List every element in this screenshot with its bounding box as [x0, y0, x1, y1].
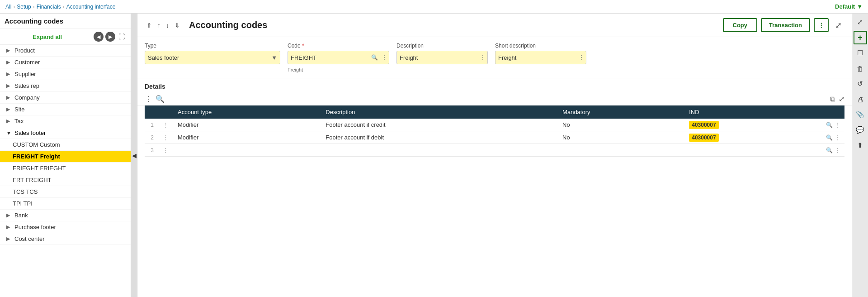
details-menu-icon[interactable]: ⋮: [145, 95, 152, 103]
sidebar-item-company[interactable]: ▶ Company: [0, 92, 131, 104]
arrow-icon: ▶: [6, 59, 12, 65]
delete-panel-icon[interactable]: 🗑: [854, 62, 867, 75]
description-input-field[interactable]: [397, 54, 478, 61]
more-button[interactable]: ⋮: [814, 18, 829, 32]
sidebar-item-customer[interactable]: ▶ Customer: [0, 57, 131, 68]
type-dropdown-icon[interactable]: ▼: [269, 54, 280, 61]
row-actions-3: 🔍 ⋮: [817, 144, 844, 157]
sidebar-item-site[interactable]: ▶ Site: [0, 104, 131, 115]
col-handle: [158, 105, 173, 119]
sidebar-item-cost-center[interactable]: ▶ Cost center: [0, 233, 131, 245]
sidebar-item-tpi-tpi[interactable]: TPI TPI: [0, 198, 131, 210]
sidebar-item-bank[interactable]: ▶ Bank: [0, 210, 131, 221]
arrow-icon: ▶: [6, 106, 12, 112]
type-field: Type ▼: [145, 43, 280, 64]
code-field: Code * 🔍 ⋮ Freight: [288, 43, 389, 72]
description-field: Description ⋮: [396, 43, 488, 64]
arrow-down-icon[interactable]: ↓: [164, 21, 171, 30]
copy-button[interactable]: Copy: [723, 18, 758, 32]
arrow-up-icon[interactable]: ↑: [156, 21, 162, 30]
code-more-icon[interactable]: ⋮: [380, 54, 389, 61]
short-desc-more-icon[interactable]: ⋮: [577, 54, 586, 61]
col-description: Description: [321, 105, 558, 119]
sidebar-item-sales-rep[interactable]: ▶ Sales rep: [0, 80, 131, 92]
arrow-down-bottom-icon[interactable]: ⇓: [173, 21, 182, 30]
code-input-field[interactable]: [288, 54, 369, 61]
code-hint: Freight: [288, 67, 389, 72]
details-section: Details ⋮ 🔍 ⧉ ⤢: [137, 78, 852, 164]
arrow-up-top-icon[interactable]: ⇑: [145, 21, 154, 30]
short-desc-input-field[interactable]: [495, 54, 577, 61]
form-area: Type ▼ Code *: [137, 37, 852, 78]
clip-panel-icon[interactable]: 📎: [854, 108, 867, 121]
expand-panel-icon[interactable]: ⤢: [854, 15, 867, 29]
sidebar-item-tax[interactable]: ▶ Tax: [0, 115, 131, 127]
sidebar-item-purchase-footer[interactable]: ▶ Purchase footer: [0, 221, 131, 233]
row-account-type-2: Modifier: [173, 131, 321, 144]
breadcrumb-setup[interactable]: Setup: [17, 4, 31, 10]
row-handle-3[interactable]: ⋮: [158, 144, 173, 157]
content-toolbar: ⇑ ↑ ↓ ⇓ Accounting codes Copy Transactio…: [137, 14, 852, 37]
description-input[interactable]: ⋮: [396, 51, 488, 64]
row-actions-2: 🔍 ⋮: [817, 131, 844, 144]
sidebar-item-supplier[interactable]: ▶ Supplier: [0, 68, 131, 80]
row-search-icon[interactable]: 🔍: [826, 122, 833, 128]
table-row: 1 ⋮ Modifier Footer account if credit No…: [145, 119, 844, 131]
chat-panel-icon[interactable]: 💬: [854, 123, 867, 137]
fullscreen-icon[interactable]: ⛶: [117, 32, 126, 41]
type-input[interactable]: ▼: [145, 51, 280, 64]
short-desc-input[interactable]: ⋮: [495, 51, 586, 64]
code-search-icon[interactable]: 🔍: [369, 54, 380, 61]
breadcrumb-financials[interactable]: Financials: [37, 4, 61, 10]
default-button[interactable]: Default ▼: [835, 3, 863, 10]
row-num-1: 1: [145, 119, 158, 131]
row-mandatory-2: No: [558, 131, 684, 144]
details-layers-icon[interactable]: ⧉: [830, 95, 835, 103]
print-panel-icon[interactable]: 🖨: [854, 92, 867, 106]
expand-all-button[interactable]: Expand all: [5, 34, 90, 40]
sidebar-collapse-handle[interactable]: ◀: [131, 14, 137, 297]
nav-next-icon[interactable]: ▶: [105, 32, 115, 42]
type-input-field[interactable]: [145, 54, 269, 61]
checkbox-panel-icon[interactable]: ☐: [854, 46, 867, 60]
sidebar-title: Accounting codes: [0, 14, 131, 29]
row-search-icon[interactable]: 🔍: [826, 147, 833, 153]
row-account-type-1: Modifier: [173, 119, 321, 131]
nav-prev-icon[interactable]: ◀: [94, 32, 104, 42]
arrow-icon: ▼: [6, 130, 12, 136]
row-ind-3: [684, 144, 817, 157]
sidebar-item-tcs-tcs[interactable]: TCS TCS: [0, 186, 131, 198]
row-search-icon[interactable]: 🔍: [826, 134, 833, 141]
details-search-icon[interactable]: 🔍: [156, 95, 165, 103]
share-panel-icon[interactable]: ⬆: [854, 139, 867, 152]
sidebar-item-custom-custom[interactable]: CUSTOM Custom: [0, 139, 131, 151]
description-more-icon[interactable]: ⋮: [478, 54, 487, 61]
sidebar-item-freight-freight[interactable]: FREIGHT Freight: [0, 151, 131, 163]
row-ind-2: 40300007: [684, 131, 817, 144]
row-more-icon[interactable]: ⋮: [835, 134, 840, 141]
code-input[interactable]: 🔍 ⋮: [288, 51, 389, 64]
transaction-button[interactable]: Transaction: [761, 18, 810, 32]
row-handle-2[interactable]: ⋮: [158, 131, 173, 144]
short-desc-label: Short description: [495, 43, 586, 49]
sidebar-item-frt-freight[interactable]: FRT FREIGHT: [0, 174, 131, 186]
refresh-panel-icon[interactable]: ↺: [854, 77, 867, 91]
sidebar-item-sales-footer[interactable]: ▼ Sales footer: [0, 127, 131, 139]
row-mandatory-3: [558, 144, 684, 157]
add-panel-icon[interactable]: +: [854, 31, 867, 44]
sidebar-item-frieght-frieght[interactable]: FRIEGHT FRIEGHT: [0, 163, 131, 174]
code-label: Code *: [288, 43, 389, 49]
breadcrumb-accounting-interface[interactable]: Accounting interface: [66, 4, 116, 10]
content-expand-icon[interactable]: ⤢: [832, 19, 844, 31]
content-scroll: Type ▼ Code *: [137, 37, 852, 297]
row-account-type-3: [173, 144, 321, 157]
details-expand-icon[interactable]: ⤢: [839, 95, 844, 103]
type-label: Type: [145, 43, 280, 49]
arrow-icon: ▶: [6, 224, 12, 230]
sidebar-item-product[interactable]: ▶ Product: [0, 45, 131, 57]
row-more-icon[interactable]: ⋮: [835, 147, 840, 153]
breadcrumb-all[interactable]: All: [5, 4, 11, 10]
row-handle-1[interactable]: ⋮: [158, 119, 173, 131]
row-description-3: [321, 144, 558, 157]
row-more-icon[interactable]: ⋮: [835, 122, 840, 128]
